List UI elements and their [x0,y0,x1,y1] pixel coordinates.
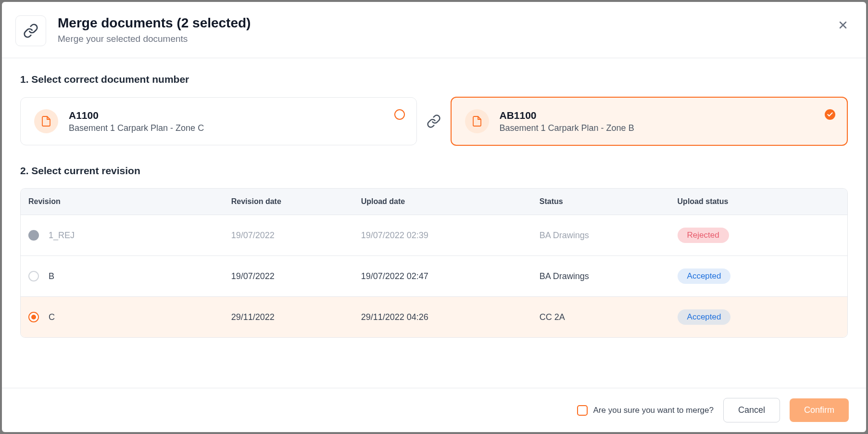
radio-checked-icon [825,109,835,120]
cell-status: BA Drawings [540,230,678,241]
cell-revision: 1_REJ [49,230,75,241]
th-revision: Revision [28,197,231,206]
th-upload-date: Upload date [361,197,540,206]
radio-checked-icon[interactable] [28,312,39,322]
modal-body: 1. Select correct document number A1100 … [2,58,866,388]
document-description: Basement 1 Carpark Plan - Zone B [500,123,634,133]
radio-indicator [825,109,835,120]
radio-disabled-icon [28,230,39,241]
confirm-button[interactable]: Confirm [790,398,849,422]
status-badge-accepted: Accepted [678,268,731,284]
confirm-check-group: Are you sure you want to merge? [577,405,714,416]
radio-indicator [394,109,405,120]
table-row: 1_REJ 19/07/2022 19/07/2022 02:39 BA Dra… [21,215,847,255]
document-number: AB1100 [500,110,634,121]
close-button[interactable] [835,17,851,34]
link-icon [23,23,38,38]
cell-upload-date: 29/11/2022 04:26 [361,312,540,322]
cell-revision-date: 29/11/2022 [231,312,361,322]
cell-revision-date: 19/07/2022 [231,271,361,281]
link-icon [427,114,441,128]
cell-upload-date: 19/07/2022 02:47 [361,271,540,281]
status-badge-rejected: Rejected [678,228,729,243]
radio-unchecked-icon [394,109,405,120]
table-row[interactable]: C 29/11/2022 29/11/2022 04:26 CC 2A Acce… [21,296,847,337]
table-header: Revision Revision date Upload date Statu… [21,189,847,215]
document-select-row: A1100 Basement 1 Carpark Plan - Zone C [20,97,848,146]
cell-status: BA Drawings [540,271,678,281]
close-icon [837,19,849,31]
revisions-table: Revision Revision date Upload date Statu… [20,188,848,338]
document-number: A1100 [69,110,204,121]
confirm-label: Are you sure you want to merge? [593,406,714,415]
section-2-title: 2. Select current revision [20,165,848,177]
cancel-button[interactable]: Cancel [723,398,780,422]
table-row[interactable]: B 19/07/2022 19/07/2022 02:47 BA Drawing… [21,255,847,296]
status-badge-accepted: Accepted [678,309,731,325]
merge-documents-modal: Merge documents (2 selected) Merge your … [2,2,866,432]
document-icon [471,115,483,127]
cell-upload-date: 19/07/2022 02:39 [361,230,540,241]
cell-revision-date: 19/07/2022 [231,230,361,241]
cell-status: CC 2A [540,312,678,322]
modal-footer: Are you sure you want to merge? Cancel C… [2,388,866,432]
link-separator [427,114,441,128]
section-1-title: 1. Select correct document number [20,74,848,85]
document-icon-circle [465,109,489,133]
radio-unchecked-icon[interactable] [28,271,39,281]
th-revision-date: Revision date [231,197,361,206]
modal-header: Merge documents (2 selected) Merge your … [2,2,866,58]
document-card-ab1100[interactable]: AB1100 Basement 1 Carpark Plan - Zone B [451,97,848,146]
modal-title: Merge documents (2 selected) [58,15,251,31]
th-upload-status: Upload status [678,197,840,206]
document-icon [40,115,52,127]
cell-revision: C [49,312,55,322]
document-description: Basement 1 Carpark Plan - Zone C [69,123,204,133]
th-status: Status [540,197,678,206]
confirm-checkbox[interactable] [577,405,588,416]
cell-revision: B [49,271,54,281]
document-icon-circle [34,109,58,133]
document-card-a1100[interactable]: A1100 Basement 1 Carpark Plan - Zone C [20,97,417,145]
header-icon-box [15,15,46,46]
modal-subtitle: Merge your selected documents [58,34,251,44]
